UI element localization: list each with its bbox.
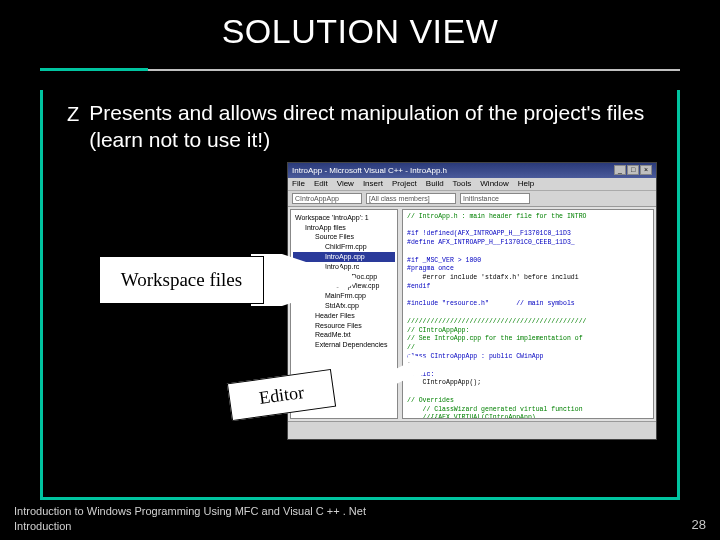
tree-file: ReadMe.txt (293, 330, 395, 340)
svg-marker-3 (407, 354, 437, 382)
tree-folder: Source Files (293, 232, 395, 242)
footer-text: Introduction to Windows Programming Usin… (14, 504, 366, 534)
status-bar (288, 421, 656, 439)
bullet-item: Z Presents and allows direct manipulatio… (67, 100, 665, 154)
slide-title: SOLUTION VIEW (0, 0, 720, 69)
svg-line-2 (331, 367, 416, 407)
close-icon: × (640, 165, 652, 175)
bullet-marker: Z (67, 100, 79, 128)
menu-item: File (292, 179, 305, 188)
window-buttons: _ □ × (614, 165, 652, 175)
menu-item: Help (518, 179, 534, 188)
svg-marker-1 (339, 266, 359, 294)
content-frame: Z Presents and allows direct manipulatio… (40, 90, 680, 500)
menu-bar: File Edit View Insert Project Build Tool… (288, 178, 656, 191)
menu-item: Build (426, 179, 444, 188)
function-dropdown: InitInstance (460, 193, 530, 204)
tree-folder: External Dependencies (293, 340, 395, 350)
class-dropdown: CIntroAppApp (292, 193, 362, 204)
tree-root: Workspace 'IntroApp': 1 (293, 213, 395, 223)
maximize-icon: □ (627, 165, 639, 175)
tree-folder: Header Files (293, 311, 395, 321)
footer-line2: Introduction (14, 519, 366, 534)
menu-item: Project (392, 179, 417, 188)
callout-editor-text: Editor (258, 381, 305, 408)
window-titlebar: IntroApp - Microsoft Visual C++ - IntroA… (288, 163, 656, 178)
menu-item: View (337, 179, 354, 188)
window-title-text: IntroApp - Microsoft Visual C++ - IntroA… (292, 166, 447, 175)
callout-workspace-text: Workspace files (121, 269, 242, 291)
slide: SOLUTION VIEW Z Presents and allows dire… (0, 0, 720, 540)
menu-item: Tools (453, 179, 472, 188)
minimize-icon: _ (614, 165, 626, 175)
slide-footer: Introduction to Windows Programming Usin… (0, 504, 720, 534)
toolbar: CIntroAppApp [All class members] InitIns… (288, 191, 656, 207)
menu-item: Window (480, 179, 508, 188)
bullet-text: Presents and allows direct manipulation … (89, 100, 665, 154)
menu-item: Insert (363, 179, 383, 188)
footer-line1: Introduction to Windows Programming Usin… (14, 504, 366, 519)
bullet-block: Z Presents and allows direct manipulatio… (43, 90, 677, 154)
callout-workspace: Workspace files (99, 256, 264, 304)
page-number: 28 (692, 516, 706, 534)
arrow-editor (321, 352, 441, 422)
figure-area: IntroApp - Microsoft Visual C++ - IntroA… (99, 162, 651, 452)
arrow-workspace (251, 254, 361, 306)
accent-line (40, 68, 148, 71)
tree-project: IntroApp files (293, 223, 395, 233)
menu-item: Edit (314, 179, 328, 188)
members-dropdown: [All class members] (366, 193, 456, 204)
tree-file: ChildFrm.cpp (293, 242, 395, 252)
tree-folder: Resource Files (293, 321, 395, 331)
